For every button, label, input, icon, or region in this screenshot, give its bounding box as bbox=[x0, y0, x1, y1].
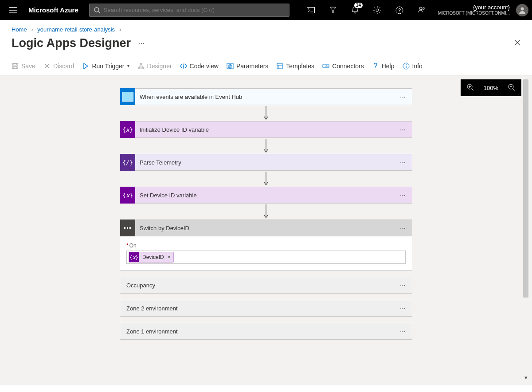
designer-canvas[interactable]: 100% ▾ When events are available in Even… bbox=[0, 76, 532, 385]
token-label: DeviceID bbox=[139, 254, 168, 260]
svg-rect-60 bbox=[129, 227, 131, 229]
variable-icon: {x} bbox=[129, 252, 139, 262]
help-icon: ? bbox=[372, 63, 379, 70]
designer-button[interactable]: Designer bbox=[137, 63, 172, 70]
close-blade-button[interactable] bbox=[514, 39, 520, 48]
svg-rect-29 bbox=[140, 63, 142, 65]
notifications-button[interactable]: 14 bbox=[346, 0, 364, 20]
run-trigger-label: Run Trigger bbox=[92, 63, 124, 70]
account-name: {your account} bbox=[438, 4, 510, 11]
svg-rect-31 bbox=[142, 67, 144, 69]
token-remove-button[interactable]: × bbox=[168, 254, 173, 260]
azure-header: Microsoft Azure 14 ? {your account} MICR… bbox=[0, 0, 532, 20]
breadcrumb-home[interactable]: Home bbox=[12, 26, 27, 33]
settings-button[interactable] bbox=[368, 0, 387, 20]
gear-icon bbox=[373, 6, 381, 14]
arrow-down-icon bbox=[264, 171, 268, 187]
discard-label: Discard bbox=[53, 63, 74, 70]
canvas-inner: When events are available in Event Hub ⋯… bbox=[0, 76, 532, 385]
svg-rect-25 bbox=[13, 67, 17, 69]
help-button-toolbar[interactable]: ? Help bbox=[372, 63, 395, 70]
set-variable-title: Set Device ID variable bbox=[135, 192, 394, 199]
connectors-button[interactable]: Connectors bbox=[322, 63, 364, 70]
svg-point-8 bbox=[376, 9, 379, 12]
svg-point-19 bbox=[419, 7, 422, 10]
case-title: Zone 1 environment bbox=[120, 328, 394, 335]
breadcrumb-resource[interactable]: yourname-retail-store-analysis bbox=[37, 26, 115, 33]
global-search-input[interactable] bbox=[104, 7, 285, 13]
code-icon bbox=[180, 63, 187, 69]
parameters-label: Parameters bbox=[236, 63, 268, 70]
page-title-row: Logic Apps Designer ⋯ bbox=[0, 33, 532, 56]
svg-line-15 bbox=[374, 12, 375, 13]
save-label: Save bbox=[21, 63, 35, 70]
svg-line-14 bbox=[379, 12, 380, 13]
cloud-shell-button[interactable] bbox=[301, 0, 320, 20]
trigger-node[interactable]: When events are available in Event Hub ⋯ bbox=[120, 88, 412, 105]
case-title: Zone 2 environment bbox=[120, 305, 394, 312]
svg-line-16 bbox=[379, 7, 380, 8]
code-view-button[interactable]: Code view bbox=[180, 63, 219, 70]
directories-button[interactable] bbox=[324, 0, 342, 20]
set-variable-node[interactable]: {x} Set Device ID variable ⋯ bbox=[120, 187, 412, 204]
svg-rect-5 bbox=[307, 7, 314, 13]
global-search[interactable] bbox=[89, 4, 289, 17]
data-operations-icon: {∕} bbox=[120, 154, 135, 171]
chevron-down-icon: ▾ bbox=[127, 63, 129, 68]
feedback-button[interactable] bbox=[412, 0, 431, 20]
search-icon bbox=[94, 7, 100, 13]
node-more-button[interactable]: ⋯ bbox=[394, 192, 412, 199]
chevron-right-icon: › bbox=[119, 26, 121, 33]
init-variable-title: Initialize Device ID variable bbox=[135, 126, 394, 133]
svg-point-3 bbox=[94, 8, 99, 12]
templates-icon bbox=[277, 63, 283, 69]
discard-button[interactable]: Discard bbox=[43, 63, 74, 70]
node-more-button[interactable]: ⋯ bbox=[394, 305, 412, 312]
cloud-shell-icon bbox=[307, 7, 315, 13]
case-zone2[interactable]: Zone 2 environment ⋯ bbox=[120, 300, 412, 317]
switch-on-input[interactable]: {x} DeviceID × bbox=[126, 251, 406, 264]
parameters-icon: @ bbox=[227, 63, 234, 69]
page-title: Logic Apps Designer bbox=[12, 36, 131, 50]
breadcrumb: Home › yourname-retail-store-analysis › bbox=[0, 20, 532, 33]
arrow-down-icon bbox=[264, 138, 268, 154]
case-zone1[interactable]: Zone 1 environment ⋯ bbox=[120, 323, 412, 340]
node-more-button[interactable]: ⋯ bbox=[394, 328, 412, 335]
node-more-button[interactable]: ⋯ bbox=[394, 159, 412, 166]
switch-title: Switch by DeviceID bbox=[135, 225, 394, 231]
hamburger-menu-button[interactable] bbox=[4, 0, 23, 20]
play-icon bbox=[82, 63, 89, 69]
svg-marker-7 bbox=[330, 7, 336, 13]
info-label: Info bbox=[412, 63, 422, 70]
node-more-button[interactable]: ⋯ bbox=[394, 225, 412, 231]
save-button[interactable]: Save bbox=[12, 63, 35, 70]
deviceid-token[interactable]: {x} DeviceID × bbox=[129, 252, 174, 263]
info-button[interactable]: Info bbox=[403, 63, 422, 70]
templates-button[interactable]: Templates bbox=[276, 63, 314, 70]
designer-label: Designer bbox=[147, 63, 172, 70]
workflow: When events are available in Event Hub ⋯… bbox=[119, 88, 413, 340]
designer-toolbar: Save Discard Run Trigger ▾ Designer Code… bbox=[0, 56, 532, 76]
run-trigger-button[interactable]: Run Trigger ▾ bbox=[82, 63, 129, 70]
init-variable-node[interactable]: {x} Initialize Device ID variable ⋯ bbox=[120, 121, 412, 138]
node-more-button[interactable]: ⋯ bbox=[394, 94, 412, 100]
svg-text:?: ? bbox=[398, 8, 401, 13]
node-more-button[interactable]: ⋯ bbox=[394, 126, 412, 133]
account-tenant: MICROSOFT (MICROSOFT.ONMI... bbox=[438, 11, 510, 16]
parse-json-node[interactable]: {∕} Parse Telemetry ⋯ bbox=[120, 154, 412, 171]
account-info[interactable]: {your account} MICROSOFT (MICROSOFT.ONMI… bbox=[438, 4, 510, 16]
switch-node-header[interactable]: Switch by DeviceID ⋯ bbox=[120, 220, 412, 236]
filter-icon bbox=[329, 7, 336, 14]
chevron-right-icon: › bbox=[31, 26, 33, 33]
case-occupancy[interactable]: Occupancy ⋯ bbox=[120, 277, 412, 294]
title-more-button[interactable]: ⋯ bbox=[139, 40, 145, 47]
node-more-button[interactable]: ⋯ bbox=[394, 282, 412, 289]
case-title: Occupancy bbox=[120, 282, 394, 289]
svg-line-13 bbox=[374, 7, 375, 8]
on-label: *On bbox=[126, 243, 406, 249]
templates-label: Templates bbox=[286, 63, 314, 70]
parameters-button[interactable]: @ Parameters bbox=[227, 63, 268, 70]
help-button[interactable]: ? bbox=[390, 0, 409, 20]
avatar[interactable] bbox=[516, 4, 528, 16]
discard-icon bbox=[44, 63, 50, 69]
